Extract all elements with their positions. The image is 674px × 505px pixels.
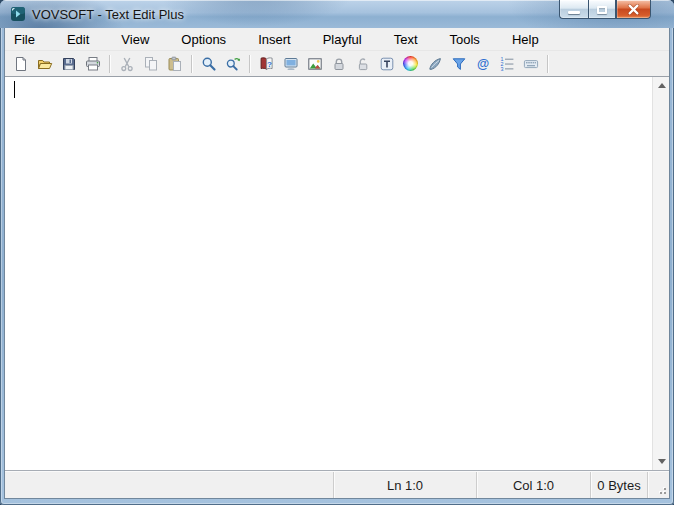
- svg-text:?: ?: [266, 59, 271, 68]
- menu-playful[interactable]: Playful: [317, 29, 368, 50]
- printer-icon: [85, 56, 101, 72]
- menu-options[interactable]: Options: [175, 29, 232, 50]
- cut-button[interactable]: [115, 53, 138, 75]
- lock-open-icon: [355, 56, 371, 72]
- svg-text:3: 3: [500, 66, 503, 72]
- vertical-scrollbar[interactable]: [652, 77, 669, 470]
- resize-grip[interactable]: [647, 472, 669, 498]
- resize-grip-icon: [657, 485, 666, 494]
- menu-text[interactable]: Text: [388, 29, 424, 50]
- search-button[interactable]: [197, 53, 220, 75]
- title-bar[interactable]: VOVSOFT - Text Edit Plus: [0, 0, 674, 28]
- magnifier-icon: [201, 56, 217, 72]
- scroll-down-button[interactable]: [653, 453, 670, 470]
- text-edit-plus-icon[interactable]: [10, 6, 26, 22]
- window-title: VOVSOFT - Text Edit Plus: [32, 7, 184, 22]
- scroll-up-button[interactable]: [653, 77, 670, 94]
- paste-button[interactable]: [163, 53, 186, 75]
- scissors-icon: [119, 56, 135, 72]
- monitor-icon: [283, 56, 299, 72]
- color-button[interactable]: [399, 53, 422, 75]
- menu-bar: File Edit View Options Insert Playful Te…: [5, 28, 669, 50]
- numbered-list-icon: 1 2 3: [499, 56, 515, 72]
- minimize-button[interactable]: [559, 0, 588, 19]
- decrypt-button[interactable]: [351, 53, 374, 75]
- maximize-button[interactable]: [588, 0, 616, 19]
- menu-tools[interactable]: Tools: [444, 29, 486, 50]
- status-bar: Ln 1:0 Col 1:0 0 Bytes: [5, 471, 669, 498]
- numbered-list-button[interactable]: 1 2 3: [495, 53, 518, 75]
- email-button[interactable]: @: [471, 53, 494, 75]
- filter-button[interactable]: [447, 53, 470, 75]
- window-controls: [559, 0, 651, 19]
- svg-text:@: @: [476, 57, 488, 71]
- menu-insert[interactable]: Insert: [252, 29, 297, 50]
- text-caret: [14, 81, 15, 98]
- replace-button[interactable]: [221, 53, 244, 75]
- virtual-keyboard-button[interactable]: [519, 53, 542, 75]
- print-button[interactable]: [81, 53, 104, 75]
- minimize-icon: [568, 11, 580, 14]
- copy-pages-icon: [143, 56, 159, 72]
- toolbar: ?: [5, 50, 669, 76]
- encrypt-button[interactable]: [327, 53, 350, 75]
- scroll-down-icon: [658, 459, 666, 464]
- insert-image-button[interactable]: [303, 53, 326, 75]
- menu-file[interactable]: File: [8, 29, 41, 50]
- toolbar-separator: [191, 55, 193, 73]
- close-button[interactable]: [616, 0, 651, 19]
- open-button[interactable]: [33, 53, 56, 75]
- menu-view[interactable]: View: [115, 29, 155, 50]
- maximize-icon: [597, 6, 607, 14]
- new-document-icon: [13, 56, 29, 72]
- window-body: File Edit View Options Insert Playful Te…: [5, 28, 669, 498]
- lock-closed-icon: [331, 56, 347, 72]
- close-icon: [627, 4, 640, 15]
- save-button[interactable]: [57, 53, 80, 75]
- email-at-icon: @: [475, 56, 491, 72]
- status-column: Col 1:0: [476, 472, 590, 498]
- app-window: VOVSOFT - Text Edit Plus File Edit View …: [0, 0, 674, 505]
- color-wheel-icon: [403, 56, 418, 71]
- scroll-up-icon: [658, 83, 666, 88]
- picture-icon: [307, 56, 323, 72]
- toolbar-separator: [109, 55, 111, 73]
- full-screen-button[interactable]: [279, 53, 302, 75]
- clipboard-paste-icon: [167, 56, 183, 72]
- menu-edit[interactable]: Edit: [61, 29, 95, 50]
- status-spacer: [5, 472, 333, 498]
- magnifier-refresh-icon: [225, 56, 241, 72]
- font-t-icon: [379, 56, 395, 72]
- menu-help[interactable]: Help: [506, 29, 545, 50]
- text-editor[interactable]: [5, 76, 669, 471]
- quill-icon: [427, 56, 443, 72]
- keyboard-icon: [523, 56, 539, 72]
- new-button[interactable]: [9, 53, 32, 75]
- open-folder-icon: [37, 56, 53, 72]
- font-button[interactable]: [375, 53, 398, 75]
- status-size: 0 Bytes: [590, 472, 647, 498]
- status-line: Ln 1:0: [333, 472, 476, 498]
- copy-button[interactable]: [139, 53, 162, 75]
- toolbar-separator: [249, 55, 251, 73]
- quill-button[interactable]: [423, 53, 446, 75]
- book-question-icon: ?: [259, 56, 275, 72]
- save-floppy-icon: [61, 56, 77, 72]
- spell-check-button[interactable]: ?: [255, 53, 278, 75]
- toolbar-separator: [547, 55, 549, 73]
- filter-funnel-icon: [451, 56, 467, 72]
